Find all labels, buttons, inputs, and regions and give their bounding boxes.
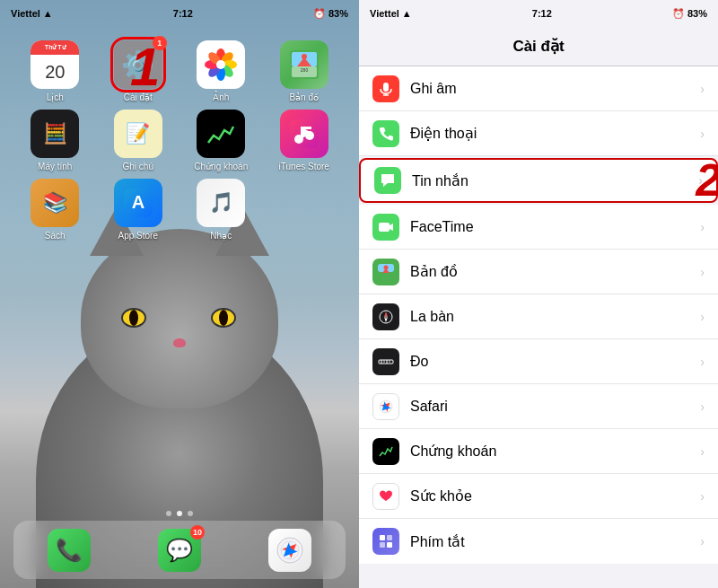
app-notes-label: Ghi chú <box>123 162 153 171</box>
left-battery-area: ⏰ 83% <box>313 8 348 20</box>
compass-icon <box>372 303 399 330</box>
app-row-2: 🧮 Máy tính 📝 Ghi chú Chứng khoán <box>13 110 346 171</box>
facetime-icon <box>372 214 399 241</box>
svg-rect-54 <box>380 542 385 548</box>
right-carrier-name: Viettel <box>370 8 399 19</box>
empty-icon <box>280 179 328 227</box>
svg-rect-41 <box>379 360 393 364</box>
svg-text:280: 280 <box>301 67 309 73</box>
facetime-label: FaceTime <box>410 219 700 235</box>
facetime-chevron: › <box>700 220 705 234</box>
compass-chevron: › <box>700 310 705 324</box>
phone-settings-label: Điện thoại <box>410 125 700 142</box>
app-stocks-label: Chứng khoán <box>194 162 248 171</box>
app-music-label: Nhạc <box>210 231 232 241</box>
app-music[interactable]: 🎵 Nhạc <box>188 179 255 241</box>
svg-rect-32 <box>379 223 390 232</box>
page-dot-2 <box>177 511 182 516</box>
calendar-date: 20 <box>31 55 79 89</box>
svg-point-19 <box>305 131 314 140</box>
safari-settings-label: Safari <box>410 399 700 415</box>
svg-rect-53 <box>387 535 392 540</box>
settings-item-maps[interactable]: Bản đồ › <box>359 250 718 294</box>
step-2-annotation: 2 <box>696 158 718 203</box>
svg-text:A: A <box>132 192 144 212</box>
app-grid: Thứ Tư 20 Lịch ⚙️ 1 Cài đặt <box>0 31 359 257</box>
messages-badge: 10 <box>190 525 205 540</box>
settings-item-messages[interactable]: Tin nhắn › 2 <box>359 158 718 203</box>
app-appstore-label: App Store <box>118 231 158 241</box>
app-calculator[interactable]: 🧮 Máy tính <box>22 110 89 171</box>
settings-page-title: Cài đặt <box>512 37 564 56</box>
settings-list: Ghi âm › Điện thoại › Tin nhắn › 2 <box>359 66 718 588</box>
dock-phone[interactable]: 📞 <box>48 529 91 572</box>
app-photos-label: Ảnh <box>213 92 229 102</box>
shortcuts-chevron: › <box>700 534 705 549</box>
right-time: 7:12 <box>532 8 552 19</box>
settings-title-bar: Cài đặt <box>359 27 718 66</box>
calculator-icon: 🧮 <box>31 110 79 158</box>
right-status-bar: Viettel ▲ 7:12 ⏰ 83% <box>359 0 718 27</box>
settings-item-voice-memos[interactable]: Ghi âm › <box>359 66 718 111</box>
maps-chevron: › <box>700 265 705 279</box>
photos-icon <box>197 40 245 89</box>
stocks-chevron: › <box>700 444 705 459</box>
messages-settings-label: Tin nhắn <box>412 172 698 189</box>
stocks-settings-label: Chứng khoán <box>410 443 700 460</box>
app-maps-label: Bản đồ <box>289 92 319 102</box>
svg-point-8 <box>216 60 225 69</box>
app-maps[interactable]: 280 Bản đồ <box>270 40 337 102</box>
app-photos[interactable]: Ảnh <box>188 40 255 102</box>
right-wifi-icon: ▲ <box>402 8 412 19</box>
settings-item-safari[interactable]: Safari › <box>359 384 718 429</box>
stocks-icon <box>197 110 245 158</box>
maps-settings-label: Bản đồ <box>410 263 700 280</box>
phone-settings-icon <box>372 120 399 147</box>
app-empty-slot <box>270 179 337 241</box>
measure-chevron: › <box>700 355 705 369</box>
step-1-annotation: 1 <box>130 40 160 94</box>
settings-item-health[interactable]: Sức khỏe › <box>359 474 718 519</box>
app-books-label: Sách <box>45 231 66 241</box>
settings-item-stocks[interactable]: Chứng khoán › <box>359 429 718 474</box>
messages-settings-icon <box>374 167 401 194</box>
svg-rect-29 <box>383 83 389 92</box>
dock-messages[interactable]: 💬 10 <box>158 529 201 572</box>
carrier-name: Viettel <box>11 8 40 19</box>
itunes-icon <box>280 110 328 158</box>
app-notes[interactable]: 📝 Ghi chú <box>104 110 171 171</box>
page-indicator <box>166 511 193 516</box>
settings-item-facetime[interactable]: FaceTime › <box>359 205 718 250</box>
voice-memos-icon <box>372 75 399 102</box>
cat-eye-left <box>121 308 146 328</box>
app-appstore[interactable]: A App Store <box>104 179 171 241</box>
settings-item-shortcuts[interactable]: Phím tắt › <box>359 519 718 564</box>
cat-eye-right <box>211 308 236 328</box>
svg-rect-20 <box>301 127 311 129</box>
app-itunes[interactable]: iTunes Store <box>270 110 337 171</box>
right-settings-panel: Viettel ▲ 7:12 ⏰ 83% Cài đặt Ghi âm › <box>359 0 718 588</box>
app-books[interactable]: 📚 Sách <box>22 179 89 241</box>
right-battery-area: ⏰ 83% <box>672 8 707 20</box>
app-dock: 📞 💬 10 <box>13 521 346 579</box>
dock-safari[interactable] <box>268 529 311 572</box>
app-row-3: 📚 Sách A <box>13 179 346 241</box>
music-icon: 🎵 <box>197 179 245 227</box>
health-icon <box>372 483 399 510</box>
app-row-1: Thứ Tư 20 Lịch ⚙️ 1 Cài đặt <box>13 40 346 102</box>
app-stocks[interactable]: Chứng khoán <box>188 110 255 171</box>
settings-item-measure[interactable]: Đo › <box>359 339 718 384</box>
settings-item-phone[interactable]: Điện thoại › <box>359 111 718 156</box>
left-carrier: Viettel ▲ <box>11 8 53 19</box>
cat-nose <box>173 338 186 347</box>
calendar-day-label: Thứ Tư <box>31 40 79 55</box>
compass-label: La bàn <box>410 309 700 325</box>
safari-settings-icon <box>372 393 399 420</box>
svg-marker-33 <box>390 224 393 231</box>
svg-point-36 <box>384 265 389 269</box>
notes-icon: 📝 <box>114 110 162 158</box>
settings-item-compass[interactable]: La bàn › <box>359 294 718 339</box>
app-calendar[interactable]: Thứ Tư 20 Lịch <box>22 40 89 102</box>
health-chevron: › <box>700 489 705 504</box>
alarm-icon: ⏰ <box>313 8 326 20</box>
